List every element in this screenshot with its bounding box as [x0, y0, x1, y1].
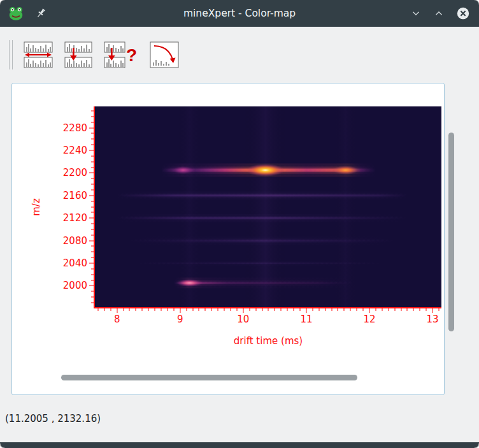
y-tick [91, 297, 94, 298]
x-tick [211, 308, 212, 311]
y-tick [89, 127, 94, 128]
x-tick [231, 308, 231, 311]
help-glyph: ? [126, 45, 137, 65]
y-tick [89, 240, 94, 241]
y-tick-labels: 20002040208021202160220022402280 [36, 106, 87, 307]
x-tick [281, 308, 282, 311]
y-axis-label: m/z [31, 198, 42, 216]
x-tick [375, 308, 376, 311]
x-tick [129, 308, 130, 311]
y-tick [91, 252, 94, 252]
chevron-down-icon[interactable] [410, 8, 422, 19]
x-tick-label: 12 [363, 314, 375, 325]
x-tick-label: 11 [300, 314, 312, 325]
x-tick [275, 308, 275, 311]
vertical-scrollbar-thumb[interactable] [448, 133, 454, 331]
y-tick [91, 201, 94, 201]
x-tick [433, 308, 433, 313]
x-tick [306, 308, 306, 313]
x-tick [205, 308, 206, 311]
y-axis-line [94, 106, 95, 308]
y-tick-label: 2000 [63, 280, 87, 291]
x-axis-ticks [95, 308, 441, 314]
toolbar: ? [0, 27, 479, 83]
x-tick [300, 308, 301, 311]
y-tick [91, 291, 94, 292]
heatmap-canvas[interactable] [95, 106, 441, 307]
y-tick [91, 246, 94, 247]
statusbar: (11.2005 , 2132.16) [0, 395, 479, 442]
y-tick [91, 268, 94, 269]
toolbar-handle[interactable] [9, 40, 13, 69]
y-tick [91, 155, 94, 156]
close-icon[interactable] [456, 6, 470, 20]
x-tick [350, 308, 351, 311]
y-tick [89, 263, 94, 263]
x-tick [420, 308, 420, 311]
spectra-compare-horizontal-icon[interactable] [23, 41, 54, 69]
y-tick [91, 257, 94, 258]
y-tick-label: 2120 [63, 212, 87, 224]
spectrum-curve-icon[interactable] [149, 41, 180, 69]
x-tick [186, 308, 187, 311]
y-tick [91, 133, 94, 134]
x-tick [294, 308, 294, 311]
pin-icon[interactable] [34, 7, 47, 20]
x-tick [318, 308, 319, 311]
x-tick [331, 308, 332, 311]
x-tick [180, 308, 180, 313]
y-tick-label: 2200 [63, 167, 87, 178]
horizontal-scrollbar-thumb[interactable] [61, 375, 357, 380]
x-tick [104, 308, 104, 311]
x-tick [287, 308, 288, 311]
y-tick [91, 167, 94, 168]
x-tick [255, 308, 256, 311]
x-tick [401, 308, 401, 311]
x-tick-label: 10 [237, 314, 249, 325]
x-tick [363, 308, 364, 311]
spectra-combine-down-icon[interactable] [64, 41, 93, 69]
x-axis-label: drift time (ms) [95, 335, 441, 347]
cursor-coordinates: (11.2005 , 2132.16) [5, 413, 101, 424]
x-tick [243, 308, 243, 313]
x-tick [426, 308, 427, 311]
x-tick [382, 308, 382, 311]
x-tick [268, 308, 269, 311]
y-tick [91, 116, 94, 117]
x-tick [338, 308, 338, 311]
x-tick [394, 308, 395, 311]
y-tick [91, 206, 94, 207]
y-tick [91, 274, 94, 275]
x-tick [344, 308, 345, 311]
y-tick [91, 111, 94, 112]
y-tick [91, 302, 94, 303]
plot-area: 8910111213 20002040208021202160220022402… [95, 106, 441, 307]
x-tick [199, 308, 199, 311]
y-tick [91, 184, 94, 185]
x-tick [369, 308, 370, 313]
y-tick [91, 235, 94, 235]
chevron-up-icon[interactable] [433, 8, 445, 19]
y-tick [91, 161, 94, 162]
x-tick [357, 308, 357, 311]
x-tick [136, 308, 136, 311]
y-tick [89, 195, 94, 196]
titlebar[interactable]: mineXpert - Color-map [0, 0, 479, 27]
x-tick-labels: 8910111213 [95, 314, 441, 325]
y-tick [89, 150, 94, 151]
x-tick [167, 308, 168, 311]
colormap-panel: 8910111213 20002040208021202160220022402… [11, 83, 445, 395]
x-tick [161, 308, 162, 311]
frog-app-icon[interactable] [8, 5, 24, 22]
y-tick-label: 2040 [63, 257, 87, 269]
y-tick [89, 285, 94, 286]
spectra-combine-help-icon[interactable]: ? [103, 41, 139, 69]
y-tick [91, 189, 94, 190]
x-tick [325, 308, 325, 311]
y-tick-label: 2160 [63, 190, 87, 201]
x-tick [407, 308, 408, 311]
app-window: mineXpert - Color-map [0, 0, 479, 448]
x-tick [155, 308, 155, 311]
x-tick [249, 308, 250, 311]
x-tick [218, 308, 218, 311]
